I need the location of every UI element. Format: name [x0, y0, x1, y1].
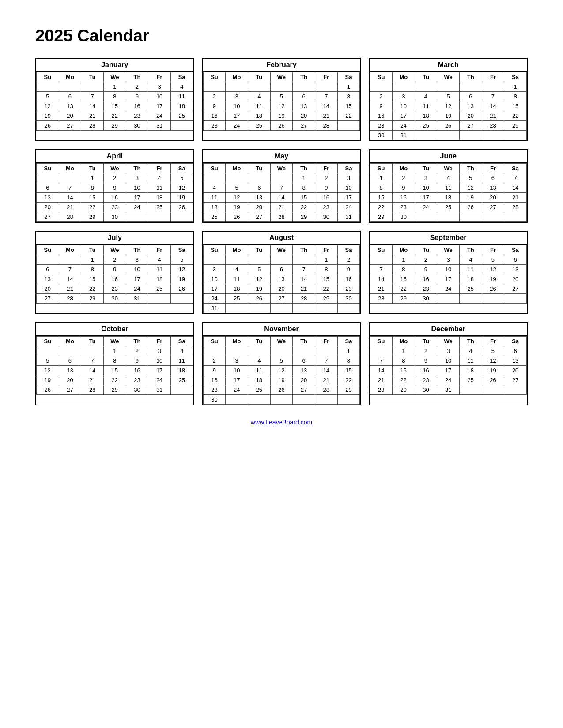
day-cell: 10: [437, 265, 460, 274]
month-title-january: January: [36, 59, 193, 72]
day-cell: 22: [81, 203, 104, 212]
day-cell: 4: [226, 265, 248, 274]
day-cell: 5: [170, 173, 193, 183]
day-cell: 6: [270, 265, 293, 274]
day-cell: 15: [81, 274, 104, 284]
day-cell: 12: [248, 274, 270, 284]
day-cell: 29: [504, 121, 527, 131]
day-cell: 6: [482, 173, 504, 183]
day-cell: 22: [337, 375, 360, 385]
day-header-tu: Tu: [248, 245, 270, 255]
day-cell: 26: [37, 385, 59, 395]
day-header-su: Su: [370, 337, 393, 346]
table-row: 123: [203, 173, 360, 183]
day-cell: 12: [270, 101, 293, 111]
day-cell: 13: [37, 274, 59, 284]
day-cell: 31: [126, 294, 148, 304]
day-cell: 27: [504, 375, 527, 385]
table-row: 18192021222324: [203, 203, 360, 212]
day-cell: 12: [482, 265, 504, 274]
day-cell: 28: [504, 203, 527, 212]
day-cell: 8: [392, 356, 415, 366]
day-cell: 2: [392, 173, 415, 183]
day-cell: 22: [103, 375, 126, 385]
day-cell: 4: [459, 346, 482, 356]
day-cell: 3: [437, 255, 460, 265]
day-header-sa: Sa: [170, 72, 193, 82]
day-cell: 27: [459, 121, 482, 131]
day-cell: 21: [81, 375, 104, 385]
table-row: 13141516171819: [37, 193, 193, 203]
footer-link[interactable]: www.LeaveBoard.com: [35, 419, 528, 426]
day-cell: 12: [170, 265, 193, 274]
day-header-we: We: [437, 245, 460, 255]
day-cell: 13: [459, 101, 482, 111]
day-cell: 11: [148, 265, 171, 274]
day-cell: [482, 385, 504, 395]
day-cell: 12: [482, 356, 504, 366]
day-cell: 22: [370, 203, 393, 212]
day-cell: 29: [103, 385, 126, 395]
table-row: 20212223242526: [37, 203, 193, 212]
table-row: 12131415161718: [37, 101, 193, 111]
day-cell: 17: [126, 274, 148, 284]
day-cell: 2: [370, 92, 393, 101]
day-cell: 10: [126, 265, 148, 274]
day-cell: 6: [459, 92, 482, 101]
day-cell: 31: [148, 385, 171, 395]
day-cell: [270, 304, 293, 313]
day-cell: 11: [226, 274, 248, 284]
day-cell: 26: [37, 121, 59, 131]
day-cell: 10: [148, 356, 171, 366]
day-cell: 25: [203, 212, 226, 222]
day-cell: 20: [459, 111, 482, 121]
day-header-tu: Tu: [248, 337, 270, 346]
day-header-su: Su: [370, 164, 393, 173]
day-cell: 17: [415, 193, 437, 203]
day-cell: 23: [103, 203, 126, 212]
day-cell: 13: [248, 193, 270, 203]
day-cell: 5: [37, 92, 59, 101]
day-cell: 23: [103, 284, 126, 294]
day-cell: 26: [270, 385, 293, 395]
day-cell: 4: [148, 255, 171, 265]
day-header-mo: Mo: [59, 245, 81, 255]
day-header-sa: Sa: [337, 245, 360, 255]
month-october: OctoberSuMoTuWeThFrSa1234567891011121314…: [35, 322, 194, 405]
day-header-th: Th: [293, 164, 315, 173]
day-cell: 5: [270, 92, 293, 101]
day-header-fr: Fr: [482, 337, 504, 346]
day-cell: 27: [37, 294, 59, 304]
day-cell: 31: [203, 304, 226, 313]
table-row: 2930: [370, 212, 527, 222]
day-header-su: Su: [370, 245, 393, 255]
day-cell: 4: [437, 173, 460, 183]
day-cell: 25: [459, 284, 482, 294]
day-header-we: We: [270, 337, 293, 346]
day-cell: 30: [315, 212, 337, 222]
day-cell: [504, 385, 527, 395]
day-cell: 26: [226, 212, 248, 222]
day-header-sa: Sa: [337, 164, 360, 173]
day-cell: [293, 346, 315, 356]
day-cell: 12: [437, 101, 460, 111]
month-title-july: July: [36, 232, 193, 245]
table-row: 10111213141516: [203, 274, 360, 284]
day-cell: 8: [315, 265, 337, 274]
day-cell: 3: [148, 82, 171, 92]
day-cell: 16: [315, 193, 337, 203]
table-row: 23242526272829: [370, 121, 527, 131]
day-cell: 18: [148, 274, 171, 284]
day-cell: 7: [370, 265, 393, 274]
day-cell: 15: [337, 366, 360, 375]
day-header-fr: Fr: [482, 245, 504, 255]
day-header-fr: Fr: [315, 72, 337, 82]
day-cell: 6: [293, 356, 315, 366]
day-cell: 18: [459, 366, 482, 375]
day-cell: 22: [293, 203, 315, 212]
day-header-sa: Sa: [170, 245, 193, 255]
day-cell: 9: [203, 101, 226, 111]
day-cell: 20: [270, 284, 293, 294]
day-cell: [248, 304, 270, 313]
day-cell: 17: [337, 193, 360, 203]
